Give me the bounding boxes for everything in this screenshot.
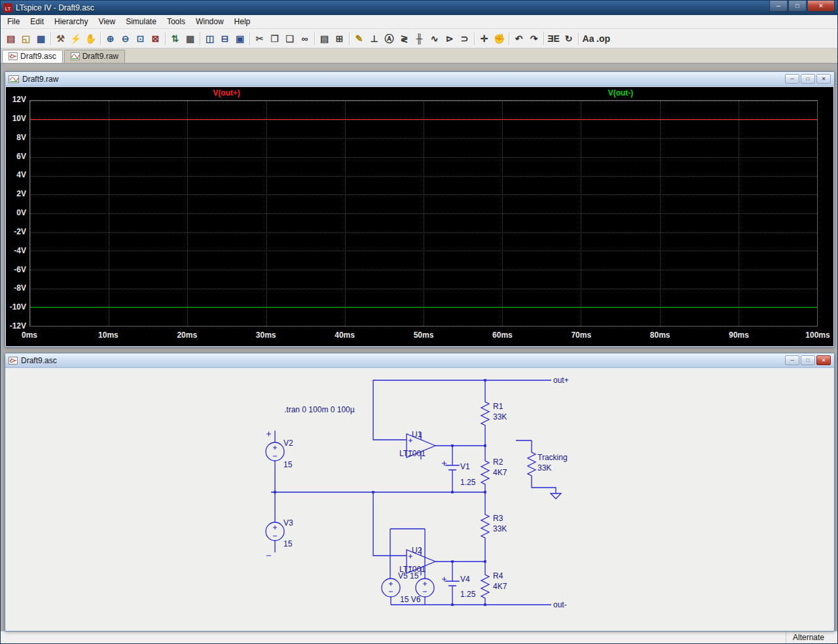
mirror-icon[interactable]: ƎE [546, 31, 561, 46]
menu-tools[interactable]: Tools [162, 15, 191, 28]
schematic-close-button[interactable]: ✕ [816, 355, 831, 365]
v6-source[interactable] [416, 579, 434, 597]
net-label-out-minus[interactable]: out- [553, 600, 567, 609]
schematic-maximize-button[interactable]: □ [801, 355, 815, 365]
r4-resistor[interactable] [481, 573, 489, 600]
v6-label[interactable]: 15 V6 [400, 595, 421, 604]
menu-edit[interactable]: Edit [25, 15, 49, 28]
r2-value[interactable]: 4K7 [493, 468, 507, 477]
menu-help[interactable]: Help [229, 15, 256, 28]
v1-value[interactable]: 1.25 [460, 478, 476, 487]
run-icon[interactable]: ⚡ [68, 31, 83, 46]
legend-label[interactable]: V(out+) [213, 88, 240, 98]
redo-icon[interactable]: ↷ [526, 31, 541, 46]
menu-hierarchy[interactable]: Hierarchy [49, 15, 93, 28]
net-label-out-plus[interactable]: out+ [553, 376, 569, 385]
r3-value[interactable]: 33K [493, 524, 507, 533]
waveform-minimize-button[interactable]: ─ [785, 74, 799, 84]
r1-value[interactable]: 33K [493, 412, 507, 421]
maximize-button[interactable]: □ [788, 1, 807, 12]
wire-icon[interactable]: ✎ [352, 31, 367, 46]
waveform-pane[interactable]: V(out+)V(out-) 12V10V8V6V4V2V0V-2V-4V-6V… [6, 87, 833, 346]
print-icon[interactable]: ▤ [317, 31, 332, 46]
v5-source[interactable] [382, 579, 400, 597]
schematic-pane[interactable]: .tran 0 100m 0 100µ V2 15 V3 15 U1 LT100… [6, 368, 833, 630]
r2-label[interactable]: R2 [493, 457, 503, 467]
inductor-icon[interactable]: ∿ [427, 31, 442, 46]
v3-label[interactable]: V3 [283, 518, 293, 528]
copy-icon[interactable]: ❐ [267, 31, 282, 46]
open-icon[interactable]: ◱ [18, 31, 33, 46]
schematic-canvas[interactable]: .tran 0 100m 0 100µ V2 15 V3 15 U1 LT100… [6, 368, 833, 630]
r1-resistor[interactable] [481, 400, 489, 427]
waveform-window-titlebar[interactable]: Draft9.raw ─ □ ✕ [5, 72, 834, 86]
zoom-full-extents-icon[interactable]: ⊠ [148, 31, 163, 46]
ground-icon[interactable]: ⊥ [367, 31, 382, 46]
r4-label[interactable]: R4 [493, 571, 503, 581]
ground-symbol[interactable] [551, 493, 561, 499]
tracking-value[interactable]: 33K [537, 463, 551, 473]
r3-resistor[interactable] [481, 512, 489, 540]
v2-value[interactable]: 15 [283, 460, 293, 469]
cut-icon[interactable]: ✂ [252, 31, 267, 46]
v4-battery[interactable] [445, 581, 460, 586]
drag-icon[interactable]: ✊ [492, 31, 507, 46]
menu-simulate[interactable]: Simulate [120, 15, 162, 28]
menu-view[interactable]: View [93, 15, 120, 28]
tile-vertical-icon[interactable]: ◫ [202, 31, 217, 46]
schematic-window-titlebar[interactable]: Draft9.asc ─ □ ✕ [5, 353, 834, 368]
control-panel-icon[interactable]: ⚒ [53, 31, 68, 46]
move-icon[interactable]: ✛ [477, 31, 492, 46]
halt-icon[interactable]: ✋ [83, 31, 98, 46]
v2-label[interactable]: V2 [283, 438, 293, 448]
spice-directive-text[interactable]: .tran 0 100m 0 100µ [284, 405, 355, 414]
legend-label[interactable]: V(out-) [608, 88, 634, 98]
waveform-maximize-button[interactable]: □ [801, 74, 815, 84]
v3-source[interactable] [266, 522, 284, 541]
schematic-minimize-button[interactable]: ─ [785, 355, 799, 365]
waveform-close-button[interactable]: ✕ [816, 74, 831, 84]
v4-value[interactable]: 1.25 [460, 590, 476, 599]
title-bar[interactable]: LT LTspice IV - Draft9.asc ─ □ ✕ [1, 1, 837, 15]
save-icon[interactable]: ▦ [33, 31, 48, 46]
paste-icon[interactable]: ❑ [282, 31, 297, 46]
u2-label[interactable]: U2 [412, 546, 422, 555]
text-icon[interactable]: Aa [581, 31, 596, 46]
v1-battery[interactable] [445, 465, 460, 470]
tab-draft9-asc[interactable]: Draft9.asc [2, 50, 63, 63]
print-preview-icon[interactable]: ⊞ [332, 31, 347, 46]
menu-file[interactable]: File [2, 15, 25, 28]
diode-icon[interactable]: ⊳ [442, 31, 457, 46]
u1-label[interactable]: U1 [412, 430, 422, 439]
new-schematic-icon[interactable]: ▤ [3, 31, 18, 46]
minimize-button[interactable]: ─ [769, 1, 788, 12]
menu-window[interactable]: Window [191, 15, 229, 28]
v2-source[interactable] [266, 442, 284, 461]
r2-resistor[interactable] [481, 459, 489, 486]
plot-settings-icon[interactable]: ▦ [183, 31, 198, 46]
zoom-in-icon[interactable]: ⊕ [103, 31, 118, 46]
find-icon[interactable]: ∞ [297, 31, 312, 46]
plot-area[interactable] [29, 100, 818, 327]
spice-directive-icon[interactable]: .op [596, 31, 611, 46]
rotate-icon[interactable]: ↻ [561, 31, 576, 46]
r3-label[interactable]: R3 [493, 514, 503, 523]
close-button[interactable]: ✕ [807, 1, 835, 12]
tracking-label[interactable]: Tracking [537, 453, 568, 462]
cascade-icon[interactable]: ▣ [232, 31, 247, 46]
r1-label[interactable]: R1 [493, 402, 503, 411]
label-net-icon[interactable]: Ⓐ [382, 31, 397, 46]
undo-icon[interactable]: ↶ [511, 31, 526, 46]
zoom-back-icon[interactable]: ⊖ [118, 31, 133, 46]
component-icon[interactable]: ⊃ [457, 31, 472, 46]
resistor-icon[interactable]: ≷ [397, 31, 412, 46]
tile-horizontal-icon[interactable]: ⊟ [217, 31, 232, 46]
tab-draft9-raw[interactable]: Draft9.raw [64, 50, 125, 63]
r4-value[interactable]: 4K7 [493, 582, 507, 591]
v4-label[interactable]: V4 [460, 575, 470, 584]
u1-value[interactable]: LT1001 [399, 449, 426, 458]
autorange-icon[interactable]: ⇅ [168, 31, 183, 46]
v1-label[interactable]: V1 [460, 462, 470, 471]
capacitor-icon[interactable]: ╫ [412, 31, 427, 46]
zoom-fit-icon[interactable]: ⊡ [133, 31, 148, 46]
